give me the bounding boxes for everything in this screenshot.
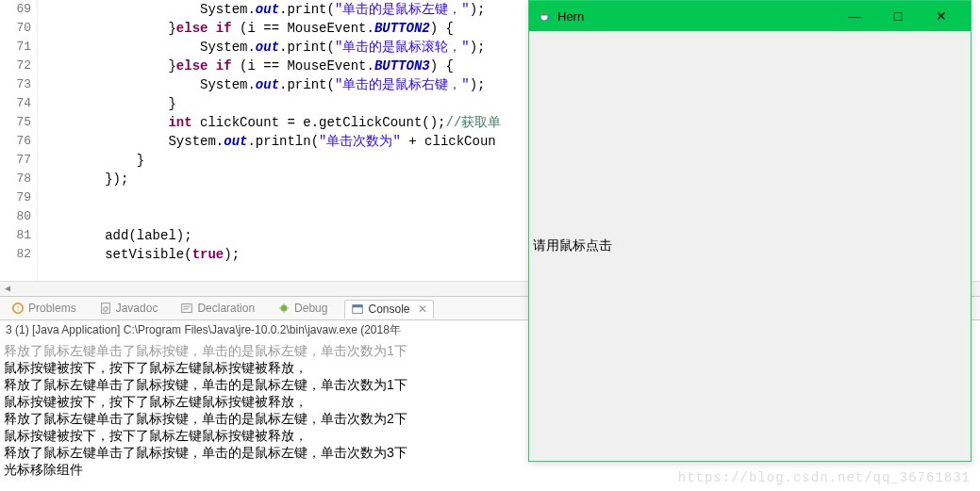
- tab-javadoc-label: Javadoc: [116, 302, 158, 315]
- maximize-button[interactable]: □: [876, 1, 920, 31]
- line-number: 72: [0, 57, 31, 75]
- svg-rect-13: [353, 305, 363, 308]
- javadoc-icon: @: [99, 302, 112, 315]
- line-number: 79: [0, 188, 31, 207]
- scroll-left-arrow[interactable]: ◀: [2, 284, 13, 295]
- tab-problems-label: Problems: [28, 302, 76, 315]
- line-number: 71: [0, 38, 31, 57]
- console-icon: [351, 303, 364, 316]
- svg-text:!: !: [17, 304, 19, 313]
- tab-console[interactable]: Console ✕: [344, 300, 433, 319]
- tab-debug-label: Debug: [294, 302, 327, 315]
- line-number: 82: [0, 245, 31, 264]
- tab-javadoc[interactable]: @ Javadoc: [93, 300, 164, 317]
- line-number: 70: [0, 19, 31, 38]
- svg-rect-4: [182, 304, 192, 313]
- svg-text:@: @: [102, 305, 108, 312]
- tab-problems[interactable]: ! Problems: [6, 300, 82, 317]
- line-number: 76: [0, 132, 31, 151]
- close-tab-icon[interactable]: ✕: [418, 303, 427, 316]
- line-number: 80: [0, 207, 31, 226]
- line-number: 73: [0, 75, 31, 94]
- watermark-text: https://blog.csdn.net/qq_36761831: [678, 470, 971, 485]
- java-app-window[interactable]: Hern — □ ✕ 请用鼠标点击: [528, 0, 972, 462]
- window-controls: — □ ✕: [833, 1, 963, 31]
- tab-console-label: Console: [368, 303, 409, 316]
- java-cup-icon: [537, 8, 552, 24]
- tab-declaration[interactable]: Declaration: [174, 300, 260, 317]
- line-number: 69: [0, 0, 31, 19]
- line-number: 74: [0, 94, 31, 113]
- window-title: Hern: [557, 9, 833, 24]
- debug-icon: [277, 302, 291, 315]
- line-number: 81: [0, 226, 31, 245]
- tab-debug[interactable]: Debug: [272, 300, 333, 317]
- window-content[interactable]: 请用鼠标点击: [529, 31, 971, 461]
- problems-icon: !: [11, 302, 25, 315]
- line-number: 77: [0, 151, 31, 170]
- window-titlebar[interactable]: Hern — □ ✕: [529, 1, 971, 31]
- svg-point-7: [281, 305, 288, 312]
- line-number: 78: [0, 170, 31, 188]
- line-number: 75: [0, 113, 31, 132]
- prompt-label: 请用鼠标点击: [529, 237, 612, 254]
- minimize-button[interactable]: —: [833, 1, 876, 31]
- close-button[interactable]: ✕: [920, 1, 963, 31]
- declaration-icon: [180, 302, 193, 315]
- line-number-gutter: 6970717273747576777879808182: [0, 0, 38, 281]
- tab-declaration-label: Declaration: [197, 302, 255, 315]
